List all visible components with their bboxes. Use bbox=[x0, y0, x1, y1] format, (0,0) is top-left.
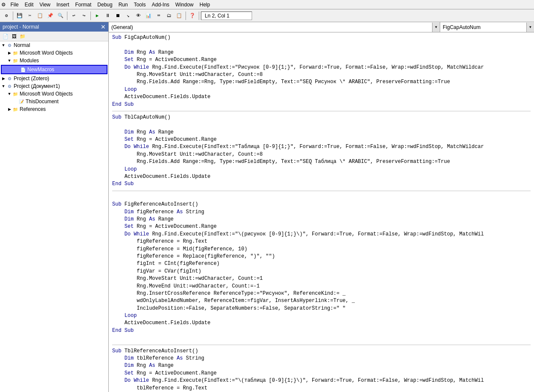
toolbar-sep-3 bbox=[90, 12, 91, 20]
toolbar-locals-btn[interactable]: 📊 bbox=[144, 11, 153, 20]
menu-edit[interactable]: Edit bbox=[22, 1, 36, 9]
app-icon: ⚙ bbox=[2, 1, 5, 8]
toolbar-pause-btn[interactable]: ⏸ bbox=[103, 11, 112, 20]
code-content: Sub FigCapAutoNum() Dim Rng As Range Set… bbox=[109, 34, 534, 392]
code-line bbox=[112, 41, 531, 49]
code-line: Dim tblReference As String bbox=[112, 355, 531, 362]
code-text: wdOnlyLabelAndNumber, ReferenceItem:=fig… bbox=[112, 297, 355, 305]
code-line bbox=[112, 121, 531, 128]
toolbar-stop-btn[interactable]: ⏹ bbox=[113, 11, 122, 20]
menu-debug[interactable]: Debug bbox=[95, 1, 115, 9]
expand-icon: ▶ bbox=[1, 76, 6, 81]
code-text bbox=[112, 194, 115, 201]
toolbar-watch-btn[interactable]: 👁 bbox=[134, 11, 143, 20]
code-line: Do While Rng.Find.Execute(FindText:="\(т… bbox=[112, 377, 531, 384]
tree-toggle-folders-btn[interactable]: 📁 bbox=[19, 32, 26, 40]
code-line: ActiveDocument.Fields.Update bbox=[112, 319, 531, 327]
code-line: End Sub bbox=[112, 180, 531, 188]
toolbar-vba-icon[interactable]: ⚙ bbox=[2, 11, 11, 20]
code-text: Rng.MoveStart Unit:=wdCharacter, Count:=… bbox=[112, 71, 263, 78]
project-icon: ⚙ bbox=[6, 83, 13, 89]
code-line: Set Rng = ActiveDocument.Range bbox=[112, 223, 531, 230]
code-text: Loop bbox=[112, 312, 137, 319]
code-text: Loop bbox=[112, 86, 137, 93]
code-text: Set Rng = ActiveDocument.Range bbox=[112, 56, 217, 64]
section-divider-1 bbox=[112, 111, 531, 111]
code-text: figVar = CVar(figInt) bbox=[112, 268, 201, 275]
toolbar-run-btn[interactable]: ▶ bbox=[93, 11, 102, 20]
code-text: Sub FigReferenceAutoInsert() bbox=[112, 201, 198, 208]
code-text: ActiveDocument.Fields.Update bbox=[112, 173, 210, 180]
proc-dropdown-button[interactable]: ▼ bbox=[526, 23, 534, 32]
toolbar-props-btn[interactable]: 📋 bbox=[174, 11, 184, 20]
tree-item-modules[interactable]: ▼ 📁 Modules bbox=[0, 57, 108, 64]
tree-item-msword-doc[interactable]: ▼ 📁 Microsoft Word Objects bbox=[0, 90, 108, 98]
toolbar-sep-5 bbox=[199, 12, 199, 20]
toolbar-sep-1 bbox=[13, 12, 13, 20]
code-text: Dim tblReference As String bbox=[112, 355, 204, 362]
tree-label-normal: Normal bbox=[14, 42, 30, 48]
code-line: Rng.MoveStart Unit:=wdCharacter, Count:=… bbox=[112, 275, 531, 282]
menu-tools[interactable]: Tools bbox=[131, 1, 148, 9]
toolbar-step-btn[interactable]: ↘ bbox=[123, 11, 133, 20]
code-line: Rng.Fields.Add Range:=Rng, Type:=wdField… bbox=[112, 78, 531, 86]
toolbar-redo-btn[interactable]: ↪ bbox=[79, 11, 89, 20]
code-editor-panel: (General) ▼ FigCapAutoNum ▼ Sub FigCapAu… bbox=[109, 22, 534, 392]
menubar: ⚙ File Edit View Insert Format Debug Run… bbox=[0, 0, 534, 9]
code-text: figReference = Replace(figReference, ")"… bbox=[112, 253, 275, 260]
menu-window[interactable]: Window bbox=[173, 1, 196, 9]
tree-view-code-btn[interactable]: 📄 bbox=[2, 32, 9, 40]
code-line: Loop bbox=[112, 312, 531, 319]
menu-view[interactable]: View bbox=[37, 1, 53, 9]
editor-dropdown-bar: (General) ▼ FigCapAutoNum ▼ bbox=[109, 22, 534, 32]
code-text: ActiveDocument.Fields.Update bbox=[112, 93, 210, 101]
expand-icon: ▶ bbox=[7, 50, 12, 55]
menu-file[interactable]: File bbox=[8, 1, 21, 9]
toolbar-immediate-btn[interactable]: ⌨ bbox=[154, 11, 163, 20]
project-tree: ▼ ⚙ Normal ▶ 📁 Microsoft Word Objects ▼ … bbox=[0, 41, 108, 392]
tree-item-normal[interactable]: ▼ ⚙ Normal bbox=[0, 41, 108, 49]
general-dropdown-text: (General) bbox=[109, 23, 432, 31]
toolbar-help-btn[interactable]: ❓ bbox=[188, 11, 197, 20]
tree-item-newmacros[interactable]: 📄 NewMacros bbox=[1, 65, 107, 74]
toolbar-copy-btn[interactable]: 📋 bbox=[35, 11, 45, 20]
code-text: figReference = Mid(figReference, 10) bbox=[112, 246, 247, 253]
menu-insert[interactable]: Insert bbox=[54, 1, 72, 9]
menu-help[interactable]: Help bbox=[197, 1, 213, 9]
code-line: Sub TblReferenceAutoInsert() bbox=[112, 348, 531, 355]
code-line: tblReference = Rng.Text bbox=[112, 385, 531, 392]
tree-item-zotero[interactable]: ▶ ⚙ Project (Zotero) bbox=[0, 75, 108, 82]
menu-format[interactable]: Format bbox=[73, 1, 94, 9]
code-text: Do While Rng.Find.Execute(FindText:="Рис… bbox=[112, 64, 484, 71]
menu-run[interactable]: Run bbox=[116, 1, 131, 9]
toolbar-find-btn[interactable]: 🔍 bbox=[56, 11, 65, 20]
toolbar-sep-4 bbox=[186, 12, 186, 20]
close-panel-button[interactable]: ✕ bbox=[101, 23, 106, 30]
tree-item-msword[interactable]: ▶ 📁 Microsoft Word Objects bbox=[0, 49, 108, 57]
project-icon: ⚙ bbox=[6, 75, 13, 81]
code-text: Do While Rng.Find.Execute(FindText:="\(т… bbox=[112, 377, 484, 384]
toolbar-save-btn[interactable]: 💾 bbox=[15, 11, 24, 20]
code-text: Rng.MoveStart Unit:=wdCharacter, Count:=… bbox=[112, 275, 263, 282]
expand-icon bbox=[13, 99, 18, 104]
tree-item-references[interactable]: ▶ 📁 References bbox=[0, 105, 108, 113]
code-line: Rng.MoveEnd Unit:=wdCharacter, Count:=-1 bbox=[112, 283, 531, 290]
menu-addins[interactable]: Add-Ins bbox=[149, 1, 172, 9]
code-line: Do While Rng.Find.Execute(FindText:="Рис… bbox=[112, 64, 531, 71]
tree-item-doc[interactable]: ▼ ⚙ Project (Документ1) bbox=[0, 82, 108, 90]
code-line: figReference = Mid(figReference, 10) bbox=[112, 246, 531, 253]
tree-item-thisdocument[interactable]: 📝 ThisDocument bbox=[0, 98, 108, 105]
toolbar-paste-btn[interactable]: 📌 bbox=[46, 11, 55, 20]
folder-icon: 📁 bbox=[12, 58, 19, 64]
code-text: Rng.Fields.Add Range:=Rng, Type:=wdField… bbox=[112, 78, 450, 86]
code-line bbox=[112, 194, 531, 201]
toolbar-cut-btn[interactable]: ✂ bbox=[25, 11, 35, 20]
code-line: Set Rng = ActiveDocument.Range bbox=[112, 136, 531, 143]
toolbar-explorer-btn[interactable]: 🗂 bbox=[164, 11, 174, 20]
tree-view-obj-btn[interactable]: 🖼 bbox=[10, 32, 18, 40]
toolbar-undo-btn[interactable]: ↩ bbox=[69, 11, 78, 20]
general-dropdown-button[interactable]: ▼ bbox=[432, 23, 440, 32]
code-editor[interactable]: Sub FigCapAutoNum() Dim Rng As Range Set… bbox=[109, 32, 534, 392]
code-text: Dim figReference As String bbox=[112, 209, 204, 216]
code-text: Do While Rng.Find.Execute(FindText:="\(р… bbox=[112, 231, 484, 238]
